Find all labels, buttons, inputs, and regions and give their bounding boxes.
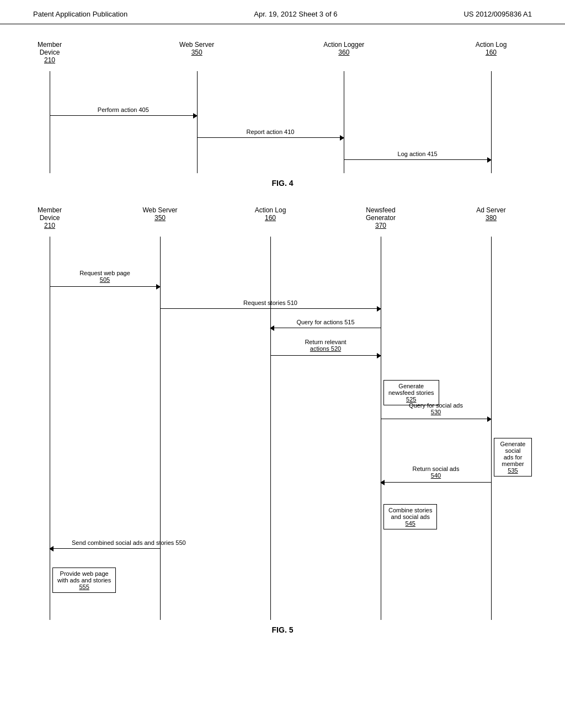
arrow-1 (197, 137, 344, 138)
msg-label-7: Return social ads540 (403, 465, 469, 479)
actor-label-web-server: Web Server350 (175, 41, 219, 56)
fig5-container: Member Device210Web Server350Action Log1… (33, 206, 532, 647)
actor-label-member-device: Member Device210 (28, 41, 72, 64)
lifeline-action-log (270, 237, 271, 620)
arrow-0 (50, 286, 160, 287)
msg-label-0: Request web page505 (72, 270, 138, 283)
actor-label-action-logger: Action Logger360 (322, 41, 366, 56)
fig5-label: FIG. 5 (33, 625, 532, 634)
actor-num-web-server: 350 (175, 49, 219, 56)
lifeline-member-device (50, 71, 50, 173)
actor-label-ad-server: Ad Server380 (469, 206, 513, 222)
lifeline-web-server (160, 237, 161, 620)
self-msg-10: Provide web pagewith ads and stories555 (52, 568, 116, 593)
msg-label-3: Return relevantactions 520 (292, 339, 359, 352)
header-center: Apr. 19, 2012 Sheet 3 of 6 (254, 10, 337, 18)
actor-label-web-server: Web Server350 (138, 206, 182, 222)
arrow-0 (50, 115, 197, 116)
arrow-9 (50, 548, 160, 549)
fig4-diagram: Member Device210Web Server350Action Logg… (33, 41, 532, 173)
arrow-2 (344, 159, 491, 160)
header-left: Patent Application Publication (33, 10, 127, 18)
arrow-3 (270, 355, 381, 356)
msg-label-5: Query for social ads530 (403, 402, 469, 415)
lifeline-action-logger (344, 71, 344, 173)
arrow-5 (381, 419, 491, 419)
actor-label-action-log: Action Log160 (248, 206, 292, 222)
header-right: US 2012/0095836 A1 (463, 10, 532, 18)
actor-label-member-device: Member Device210 (28, 206, 72, 229)
actor-num-member-device: 210 (28, 56, 72, 64)
actor-num-newsfeed-gen: 370 (359, 222, 403, 229)
msg-label-2: Query for actions 515 (292, 319, 359, 325)
fig5-diagram: Member Device210Web Server350Action Log1… (33, 206, 532, 620)
msg-label-9: Send combined social ads and stories 550 (72, 539, 138, 546)
arrow-2 (270, 328, 381, 328)
lifeline-ad-server (491, 237, 492, 620)
actor-label-newsfeed-gen: NewsfeedGenerator370 (359, 206, 403, 229)
diagram-area: Member Device210Web Server350Action Logg… (0, 24, 565, 686)
actor-num-ad-server: 380 (469, 214, 513, 222)
fig4-container: Member Device210Web Server350Action Logg… (33, 41, 532, 195)
actor-num-web-server: 350 (138, 214, 182, 222)
actor-num-action-logger: 360 (322, 49, 366, 56)
fig4-label: FIG. 4 (33, 179, 532, 188)
page-header: Patent Application Publication Apr. 19, … (0, 0, 565, 24)
msg-label-2: Log action 415 (385, 151, 451, 157)
arrow-1 (160, 308, 381, 309)
actor-num-action-log: 160 (469, 49, 513, 56)
lifeline-member-device (50, 237, 50, 620)
msg-label-0: Perform action 405 (90, 106, 156, 113)
self-msg-6: Generate socialads for member535 (494, 438, 532, 477)
actor-label-action-log: Action Log160 (469, 41, 513, 56)
lifeline-web-server (197, 71, 198, 173)
actor-num-action-log: 160 (248, 214, 292, 222)
lifeline-newsfeed-gen (381, 237, 381, 620)
self-msg-8: Combine storiesand social ads545 (383, 504, 437, 529)
actor-num-member-device: 210 (28, 222, 72, 229)
arrow-7 (381, 482, 491, 483)
msg-label-1: Report action 410 (237, 129, 303, 135)
msg-label-1: Request stories 510 (237, 299, 303, 306)
